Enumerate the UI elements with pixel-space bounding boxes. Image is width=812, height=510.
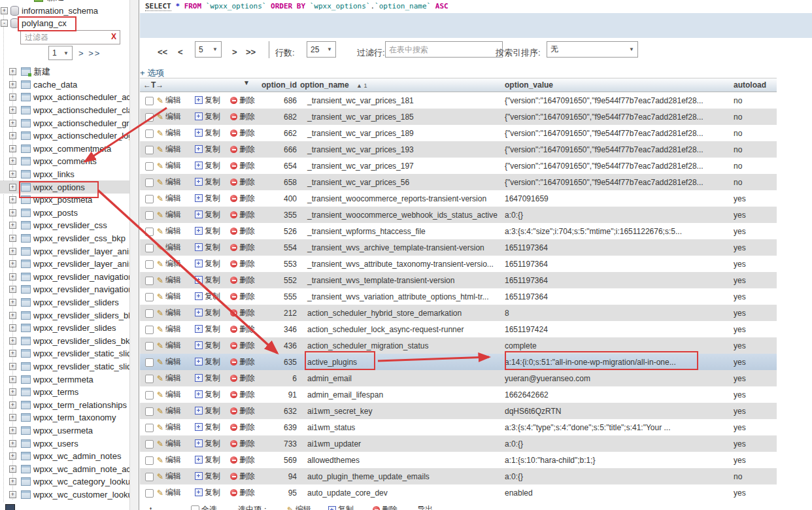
edit-button[interactable]: ✎编辑 — [157, 242, 181, 253]
row-checkbox[interactable] — [145, 456, 154, 465]
expand-icon[interactable]: + — [9, 452, 16, 460]
header-option-value[interactable]: option_value — [503, 80, 730, 90]
delete-button[interactable]: 删除 — [230, 373, 255, 384]
row-checkbox[interactable] — [145, 146, 154, 154]
row-checkbox[interactable] — [145, 440, 154, 449]
copy-button[interactable]: 复制 — [195, 209, 220, 220]
sidebar-table-item[interactable]: +新建 — [0, 65, 129, 78]
sidebar-table-item[interactable]: +wpxx_actionscheduler_cla — [0, 104, 129, 117]
copy-button[interactable]: 复制 — [195, 275, 220, 286]
expand-icon[interactable]: + — [9, 222, 16, 229]
edit-button[interactable]: ✎编辑 — [157, 438, 181, 449]
edit-button[interactable]: ✎编辑 — [157, 111, 181, 122]
copy-button[interactable]: 复制 — [195, 226, 220, 237]
expand-icon[interactable]: + — [9, 81, 16, 88]
sidebar-table-item[interactable]: +wpxx_revslider_slides_bkp — [0, 334, 129, 347]
edit-button[interactable]: ✎编辑 — [157, 471, 181, 482]
expand-icon[interactable]: + — [9, 299, 16, 306]
copy-button[interactable]: 复制 — [195, 356, 220, 367]
copy-button[interactable]: 复制 — [195, 389, 220, 400]
sidebar-table-item[interactable]: +wpxx_termmeta — [0, 373, 129, 386]
expand-icon[interactable]: + — [9, 414, 16, 421]
sidebar-table-item[interactable]: +wpxx_revslider_sliders — [0, 296, 129, 309]
sidebar-table-item[interactable]: +wpxx_revslider_static_slid — [0, 360, 129, 373]
delete-button[interactable]: 删除 — [230, 356, 255, 367]
edit-button[interactable]: ✎编辑 — [157, 258, 181, 269]
sidebar-table-item[interactable]: +wpxx_users — [0, 437, 129, 450]
edit-button[interactable]: ✎编辑 — [157, 193, 181, 204]
expand-icon[interactable]: + — [9, 132, 16, 139]
copy-button[interactable]: 复制 — [195, 307, 220, 318]
header-option-name[interactable]: option_name ▲ 1 — [300, 80, 503, 90]
sidebar-table-item[interactable]: +wpxx_revslider_layer_anin — [0, 245, 129, 258]
sort-by-index-select[interactable]: 无 ▼ — [547, 41, 638, 58]
delete-button[interactable]: 删除 — [230, 177, 255, 188]
delete-button[interactable]: 删除 — [230, 438, 255, 449]
edit-button[interactable]: ✎编辑 — [157, 291, 181, 302]
delete-button[interactable]: 删除 — [230, 209, 255, 220]
expand-icon[interactable]: + — [9, 196, 16, 203]
expand-icon[interactable]: + — [9, 107, 16, 114]
edit-button[interactable]: ✎编辑 — [157, 144, 181, 155]
copy-button[interactable]: 复制 — [195, 242, 220, 253]
copy-button[interactable]: 复制 — [195, 487, 220, 498]
expand-icon[interactable]: + — [9, 68, 16, 75]
sidebar-table-item[interactable]: +wpxx_terms — [0, 386, 129, 399]
row-checkbox[interactable] — [145, 489, 154, 498]
copy-button[interactable]: 复制 — [195, 438, 220, 449]
footer-check-all[interactable]: 全选 — [191, 504, 217, 510]
sidebar-table-item[interactable]: +wpxx_revslider_sliders_bk — [0, 309, 129, 322]
filter-rows-input[interactable] — [385, 41, 503, 58]
sidebar-table-item[interactable]: +wpxx_wc_category_looku — [0, 475, 129, 488]
sidebar-table-item[interactable]: +wpxx_wc_admin_notes — [0, 450, 129, 463]
expand-icon[interactable]: + — [9, 324, 16, 332]
delete-button[interactable]: 删除 — [230, 307, 255, 318]
expand-icon[interactable]: + — [9, 171, 16, 178]
row-checkbox[interactable] — [145, 424, 154, 432]
row-checkbox[interactable] — [145, 260, 154, 269]
copy-button[interactable]: 复制 — [195, 471, 220, 482]
expand-icon[interactable]: + — [9, 491, 16, 498]
expand-icon[interactable]: + — [9, 286, 16, 293]
sidebar-table-item[interactable]: +wpxx_wc_admin_note_ac — [0, 462, 129, 475]
sidebar-table-item[interactable]: +wpxx_revslider_navigatior — [0, 283, 129, 296]
expand-icon[interactable]: + — [9, 466, 16, 473]
row-checkbox[interactable] — [145, 473, 154, 481]
expand-icon[interactable]: + — [9, 248, 16, 255]
copy-button[interactable]: 复制 — [195, 128, 220, 139]
header-option-id[interactable]: option_id — [262, 80, 300, 90]
row-checkbox[interactable] — [145, 113, 154, 122]
sidebar-item-new-database-partial[interactable]: 新建 — [34, 0, 64, 3]
expand-icon[interactable]: + — [9, 337, 16, 345]
page-number-select[interactable]: 5 ▼ — [195, 41, 222, 58]
delete-button[interactable]: 删除 — [230, 160, 255, 171]
sidebar-filter-input[interactable] — [24, 31, 105, 43]
full-texts-toggle[interactable]: ←T→ — [143, 80, 163, 90]
delete-button[interactable]: 删除 — [230, 193, 255, 204]
delete-button[interactable]: 删除 — [230, 487, 255, 498]
row-checkbox[interactable] — [145, 211, 154, 220]
delete-button[interactable]: 删除 — [230, 111, 255, 122]
copy-button[interactable]: 复制 — [195, 177, 220, 188]
delete-button[interactable]: 删除 — [230, 454, 255, 466]
sidebar-scrollbar[interactable] — [129, 0, 139, 510]
sidebar-table-item[interactable]: +wpxx_options — [0, 180, 129, 194]
row-checkbox[interactable] — [145, 358, 154, 367]
expand-icon[interactable]: + — [9, 158, 16, 165]
row-checkbox[interactable] — [145, 97, 154, 105]
row-checkbox[interactable] — [145, 375, 154, 383]
row-checkbox[interactable] — [145, 195, 154, 203]
edit-button[interactable]: ✎编辑 — [157, 307, 181, 318]
expand-icon[interactable]: + — [9, 184, 16, 191]
expand-icon[interactable]: + — [9, 312, 16, 319]
edit-button[interactable]: ✎编辑 — [157, 95, 181, 106]
copy-button[interactable]: 复制 — [195, 193, 220, 204]
page-prev-link[interactable]: < — [178, 47, 183, 57]
check-all-checkbox[interactable] — [191, 505, 199, 510]
delete-button[interactable]: 删除 — [230, 324, 255, 335]
filter-clear-icon[interactable]: X — [111, 32, 116, 41]
sidebar-table-item[interactable]: +wpxx_revslider_layer_anin — [0, 258, 129, 271]
scroll-top-icon[interactable]: ↑ — [148, 504, 153, 510]
copy-button[interactable]: 复制 — [195, 111, 220, 122]
sidebar-page-select[interactable]: 1 ▼ — [48, 46, 73, 60]
